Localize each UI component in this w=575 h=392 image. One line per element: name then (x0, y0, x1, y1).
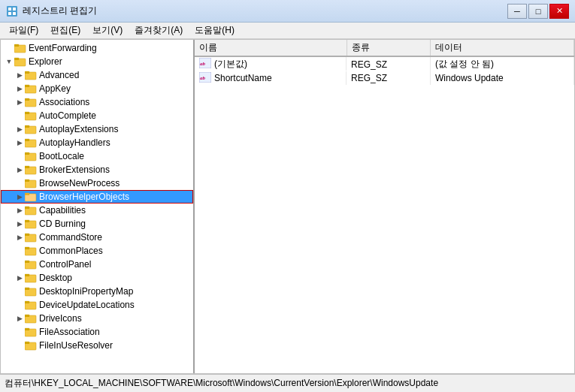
table-row[interactable]: ab (기본값)REG_SZ(값 설정 안 됨) (195, 56, 574, 71)
svg-rect-58 (25, 274, 29, 276)
folder-icon (25, 97, 37, 107)
main-content: ▶ EventForwarding▼ Explorer▶ Advanced▶ A… (0, 39, 575, 374)
expand-arrow[interactable]: ▶ (14, 95, 25, 109)
item-cdburning[interactable]: ▶ CD Burning (1, 217, 193, 231)
item-desktop[interactable]: ▶ Desktop (1, 271, 193, 285)
item-fileinuseresolver[interactable]: ▶ FileInUseResolver (1, 339, 193, 352)
registry-table-container[interactable]: 이름종류데이터 ab (기본값)REG_SZ(값 설정 안 됨) ab Shor… (195, 40, 574, 373)
menu-help[interactable]: 도움말(H) (189, 23, 241, 38)
menu-file[interactable]: 파일(F) (3, 23, 44, 38)
tree-item-label: DriveIcons (39, 313, 82, 324)
svg-rect-55 (25, 261, 29, 262)
item-driveicons[interactable]: ▶ DriveIcons (1, 312, 193, 325)
folder-icon (25, 340, 37, 351)
svg-rect-16 (25, 85, 29, 86)
svg-rect-31 (25, 152, 29, 154)
expand-arrow[interactable]: ▼ (4, 55, 14, 68)
menu-edit[interactable]: 편집(E) (44, 23, 86, 38)
svg-rect-3 (8, 12, 11, 15)
folder-icon (25, 286, 37, 297)
item-appkey[interactable]: ▶ AppKey (1, 82, 193, 95)
svg-rect-0 (7, 6, 17, 17)
item-bootlocale[interactable]: ▶ BootLocale (1, 149, 193, 163)
app-icon (6, 5, 18, 17)
tree-panel[interactable]: ▶ EventForwarding▼ Explorer▶ Advanced▶ A… (1, 40, 195, 373)
status-path: 컴퓨터\HKEY_LOCAL_MACHINE\SOFTWARE\Microsof… (5, 377, 438, 390)
item-brokerextensions[interactable]: ▶ BrokerExtensions (1, 163, 193, 176)
menu-bar: 파일(F)편집(E)보기(V)즐겨찾기(A)도움말(H) (0, 23, 575, 39)
item-browsenewprocess[interactable]: ▶ BrowseNewProcess (1, 176, 193, 190)
item-commonplaces[interactable]: ▶ CommonPlaces (1, 244, 193, 258)
expand-arrow[interactable]: ▶ (14, 190, 25, 204)
folder-icon (25, 70, 37, 80)
svg-rect-7 (14, 44, 19, 46)
svg-rect-25 (25, 125, 29, 127)
item-autocomplete[interactable]: ▶ AutoComplete (1, 109, 193, 122)
expand-arrow[interactable]: ▶ (14, 163, 25, 176)
item-desktopinipropertymap[interactable]: ▶ DesktopIniPropertyMap (1, 285, 193, 298)
folder-icon (25, 151, 37, 161)
svg-rect-40 (25, 193, 29, 194)
folder-icon (25, 313, 37, 324)
expand-arrow[interactable]: ▶ (14, 312, 25, 325)
minimize-button[interactable]: ─ (507, 4, 527, 19)
svg-rect-2 (13, 8, 16, 11)
folder-icon (25, 327, 37, 337)
item-advanced[interactable]: ▶ Advanced (1, 68, 193, 82)
item-deviceupdatelocations[interactable]: ▶ DeviceUpdateLocations (1, 298, 193, 312)
folder-icon (25, 178, 37, 188)
item-explorer[interactable]: ▼ Explorer (1, 55, 193, 68)
folder-icon (25, 164, 37, 175)
expand-arrow[interactable]: ▶ (14, 217, 25, 231)
row-name: ShortcutName (214, 73, 272, 83)
expand-arrow[interactable]: ▶ (14, 68, 25, 82)
item-eventforwarding[interactable]: ▶ EventForwarding (1, 41, 193, 55)
svg-rect-1 (8, 8, 11, 11)
row-type-cell: REG_SZ (347, 56, 430, 71)
window-controls: ─ □ ✕ (507, 4, 569, 19)
folder-icon (25, 300, 37, 310)
row-name: (기본값) (214, 58, 247, 71)
item-browserhelperobjects[interactable]: ▶ BrowserHelperObjects (1, 190, 193, 204)
expand-arrow[interactable]: ▶ (14, 204, 25, 217)
tree-item-label: ControlPanel (39, 259, 91, 270)
close-button[interactable]: ✕ (549, 4, 569, 19)
row-type-cell: REG_SZ (347, 71, 430, 85)
item-commandstore[interactable]: ▶ CommandStore (1, 231, 193, 244)
expand-arrow[interactable]: ▶ (14, 122, 25, 136)
item-autoplayhandlers[interactable]: ▶ AutoplayHandlers (1, 136, 193, 149)
tree-item-label: FileInUseResolver (39, 340, 113, 351)
svg-rect-52 (25, 247, 29, 249)
col-name: 이름 (195, 40, 347, 56)
item-capabilities[interactable]: ▶ Capabilities (1, 204, 193, 217)
tree-item-label: AutoplayExtensions (39, 124, 118, 134)
expand-arrow[interactable]: ▶ (14, 136, 25, 149)
tree-item-label: BrowseNewProcess (39, 178, 120, 188)
menu-view[interactable]: 보기(V) (86, 23, 129, 38)
expand-arrow[interactable]: ▶ (14, 82, 25, 95)
tree-item-label: BrokerExtensions (39, 164, 110, 175)
folder-icon (14, 56, 26, 67)
folder-icon (25, 259, 37, 270)
expand-arrow[interactable]: ▶ (14, 231, 25, 244)
folder-icon (25, 205, 37, 216)
item-autoplayextensions[interactable]: ▶ AutoplayExtensions (1, 122, 193, 136)
col-data: 데이터 (430, 40, 573, 56)
maximize-button[interactable]: □ (528, 4, 548, 19)
tree-item-label: CommonPlaces (39, 246, 103, 256)
item-fileassociation[interactable]: ▶ FileAssociation (1, 325, 193, 339)
svg-rect-34 (25, 166, 29, 167)
svg-rect-61 (25, 288, 29, 289)
tree-item-label: BootLocale (39, 151, 84, 161)
title-bar: 레지스트리 편집기 ─ □ ✕ (0, 0, 575, 23)
menu-favorites[interactable]: 즐겨찾기(A) (129, 23, 189, 38)
item-controlpanel[interactable]: ▶ ControlPanel (1, 258, 193, 271)
col-type: 종류 (347, 40, 430, 56)
tree-item-label: Explorer (29, 56, 62, 67)
folder-icon (25, 246, 37, 256)
folder-icon (25, 219, 37, 229)
expand-arrow[interactable]: ▶ (14, 271, 25, 285)
item-associations[interactable]: ▶ Associations (1, 95, 193, 109)
svg-rect-73 (25, 342, 29, 343)
table-row[interactable]: ab ShortcutNameREG_SZWindows Update (195, 71, 574, 85)
